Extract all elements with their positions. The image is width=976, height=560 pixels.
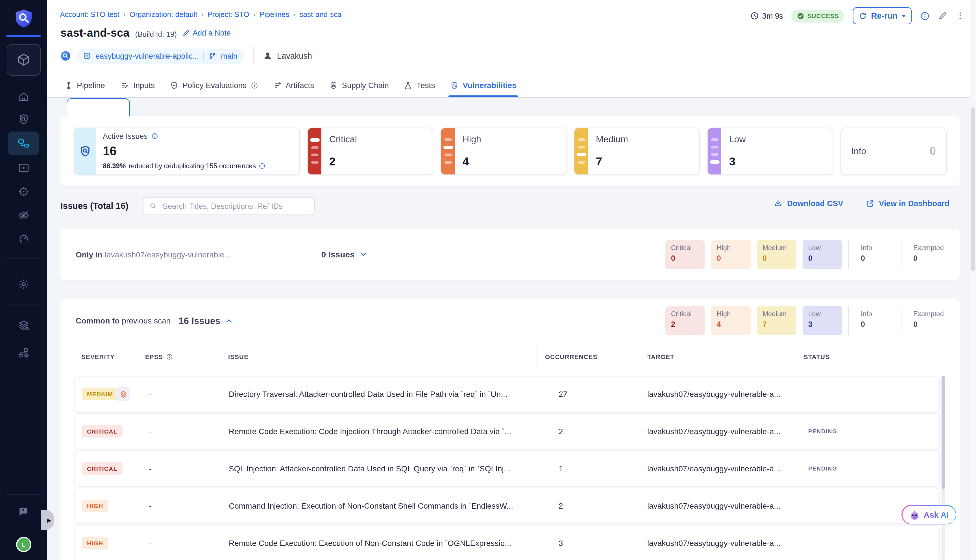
- git-branch-icon: [209, 52, 216, 60]
- header-occurrences: OCCURRENCES: [545, 353, 597, 360]
- module-selector-button[interactable]: [7, 44, 41, 76]
- breadcrumb-separator: ›: [123, 10, 126, 18]
- tab-label: Supply Chain: [342, 81, 389, 90]
- sidebar-divider: [7, 258, 40, 259]
- group-only-count-toggle[interactable]: 0 Issues: [321, 250, 367, 259]
- table-scrollbar[interactable]: [941, 376, 945, 560]
- table-row[interactable]: CRITICAL - SQL Injection: Attacker-contr…: [74, 450, 940, 487]
- tab-policy-evaluations[interactable]: Policy Evaluations: [170, 73, 258, 97]
- table-row[interactable]: MEDIUM - Directory Traversal: Attacker-c…: [74, 376, 940, 412]
- kebab-menu-icon[interactable]: [956, 11, 965, 20]
- sidebar-item-pipelines-active[interactable]: [8, 132, 39, 155]
- edit-pencil-icon[interactable]: [938, 11, 947, 20]
- breadcrumb-account[interactable]: Account: STO test: [60, 10, 120, 18]
- chip-divider: [901, 240, 901, 269]
- tab-inputs[interactable]: Inputs: [120, 73, 155, 97]
- run-header: Account: STO test› Organization: default…: [47, 0, 976, 98]
- eye-off-icon: [18, 210, 29, 221]
- critical-card: Critical 2: [307, 127, 433, 175]
- clock-icon: [750, 11, 759, 20]
- run-duration: 3m 9s: [750, 11, 783, 20]
- tab-tests[interactable]: Tests: [404, 73, 435, 97]
- header-status: STATUS: [804, 353, 830, 360]
- active-issues-count: 16: [103, 145, 265, 157]
- breadcrumb-org[interactable]: Organization: default: [130, 10, 197, 18]
- gear-icon: [18, 278, 29, 290]
- expand-arrow-icon: ▶: [47, 517, 52, 523]
- page-scrollbar[interactable]: [970, 0, 976, 560]
- sidebar-item-scans[interactable]: [18, 113, 29, 125]
- sidebar-item-help[interactable]: ?: [17, 506, 30, 518]
- severity-badge: CRITICAL: [82, 425, 123, 438]
- sidebar-item-tickets[interactable]: [18, 233, 29, 245]
- issues-list: MEDIUM - Directory Traversal: Attacker-c…: [74, 376, 940, 560]
- tab-artifacts[interactable]: Artifacts: [273, 73, 314, 97]
- left-nav-sidebar: ? L: [0, 0, 47, 560]
- info-icon[interactable]: [151, 133, 158, 140]
- table-row[interactable]: HIGH - Remote Code Execution: Execution …: [74, 525, 940, 560]
- breadcrumb-pipelines[interactable]: Pipelines: [260, 10, 289, 18]
- target-value: lavakush07/easybuggy-vulnerable-a...: [647, 464, 781, 473]
- info-icon[interactable]: [259, 162, 265, 169]
- epss-value: -: [149, 538, 152, 548]
- active-issues-label: Active Issues: [103, 132, 148, 140]
- sidebar-item-exemptions[interactable]: [18, 210, 29, 221]
- severity-chips: Critical2 High4 Medium7 Low3 Info0 Exemp…: [666, 306, 947, 335]
- issues-search: [143, 197, 315, 215]
- group-common-count-toggle[interactable]: 16 Issues: [179, 315, 234, 326]
- table-row[interactable]: CRITICAL - Remote Code Execution: Code I…: [74, 413, 940, 449]
- high-label: High: [462, 134, 481, 144]
- breadcrumb-project[interactable]: Project: STO: [207, 10, 249, 18]
- group-common-panel: Common to previous scan 16 Issues Critic…: [60, 299, 959, 560]
- epss-value: -: [149, 427, 152, 436]
- pipeline-tab-icon: [64, 81, 73, 90]
- group-only-in-label: Only in lavakush07/easybuggy-vulnerable.…: [76, 250, 231, 259]
- page-scrollbar-thumb[interactable]: [971, 107, 975, 271]
- home-icon: [18, 91, 29, 103]
- occurrences-value: 27: [559, 390, 567, 398]
- harness-sto-logo-icon[interactable]: [13, 7, 33, 30]
- tab-vulnerabilities[interactable]: Vulnerabilities: [450, 73, 516, 97]
- tab-pipeline[interactable]: Pipeline: [64, 73, 105, 97]
- critical-label: Critical: [329, 134, 357, 144]
- branch-link[interactable]: main: [221, 52, 237, 60]
- ai-robot-icon: [909, 509, 920, 520]
- ask-ai-button[interactable]: Ask AI: [901, 505, 956, 525]
- target-value: lavakush07/easybuggy-vulnerable-a...: [647, 501, 781, 510]
- sidebar-item-settings[interactable]: [18, 278, 29, 290]
- search-icon: [149, 202, 157, 210]
- sidebar-item-targets[interactable]: [18, 186, 29, 198]
- high-count: 4: [462, 155, 481, 168]
- repo-link[interactable]: easybuggy-vulnerable-applic...: [95, 52, 199, 60]
- view-in-dashboard-button[interactable]: View in Dashboard: [866, 199, 949, 208]
- breadcrumb-current[interactable]: sast-and-sca: [299, 10, 342, 18]
- ask-ai-label: Ask AI: [923, 510, 949, 519]
- table-scrollbar-thumb[interactable]: [941, 376, 945, 489]
- info-icon[interactable]: [920, 11, 930, 21]
- sidebar-item-org-settings[interactable]: [17, 347, 30, 360]
- sidebar-item-default-settings[interactable]: [17, 320, 30, 332]
- breadcrumb-separator: ›: [253, 10, 255, 18]
- table-row[interactable]: HIGH - Command Injection: Execution of N…: [74, 488, 940, 524]
- group-count-label: 16 Issues: [179, 315, 220, 326]
- sidebar-item-home[interactable]: [18, 91, 29, 103]
- breadcrumb: Account: STO test› Organization: default…: [60, 10, 342, 18]
- download-csv-button[interactable]: Download CSV: [774, 199, 843, 208]
- issues-actions: Download CSV View in Dashboard: [774, 199, 949, 208]
- sidebar-item-executions[interactable]: [18, 162, 29, 174]
- user-avatar[interactable]: L: [16, 537, 31, 552]
- rerun-button[interactable]: Re-run: [853, 7, 912, 24]
- info-card: Info 0: [841, 127, 947, 175]
- sidebar-divider: [7, 494, 40, 495]
- add-note-link[interactable]: Add a Note: [182, 29, 231, 37]
- rerun-label: Re-run: [871, 11, 898, 20]
- tab-supply-chain[interactable]: Supply Chain: [329, 73, 389, 97]
- status-value: PENDING: [808, 465, 837, 472]
- search-input[interactable]: [162, 201, 309, 211]
- info-icon[interactable]: [250, 82, 258, 89]
- svg-text:?: ?: [21, 508, 24, 513]
- pipelines-icon: [17, 137, 30, 150]
- tab-label: Tests: [417, 81, 435, 90]
- info-icon[interactable]: [166, 353, 173, 360]
- vertical-divider: [253, 47, 254, 64]
